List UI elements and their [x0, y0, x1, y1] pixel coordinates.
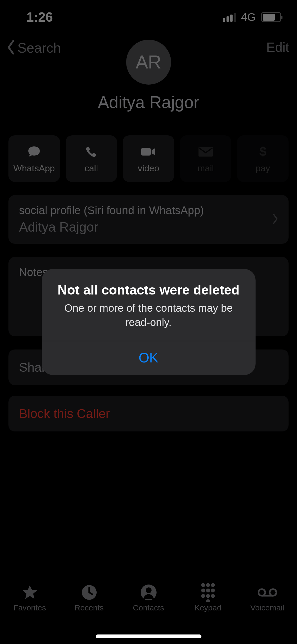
- action-label: mail: [197, 163, 214, 173]
- tab-voicemail[interactable]: Voicemail: [238, 584, 297, 612]
- alert-message: One or more of the contacts may be read-…: [54, 301, 243, 329]
- battery-icon: [261, 12, 281, 22]
- tab-label: Voicemail: [250, 603, 284, 612]
- phone-icon: [84, 144, 99, 159]
- pay-button: $ pay: [237, 135, 289, 182]
- back-button[interactable]: Search: [6, 40, 61, 56]
- tab-keypad[interactable]: Keypad: [178, 584, 238, 612]
- mail-icon: [198, 144, 213, 159]
- social-profile-card[interactable]: social profile (Siri found in WhatsApp) …: [8, 195, 289, 244]
- svg-point-14: [211, 594, 215, 598]
- svg-point-15: [206, 599, 210, 602]
- back-label: Search: [17, 40, 61, 56]
- svg-point-12: [201, 594, 205, 598]
- status-right: 4G: [223, 11, 281, 24]
- call-button[interactable]: call: [66, 135, 117, 182]
- svg-point-6: [201, 583, 205, 587]
- action-label: call: [84, 163, 98, 173]
- signal-icon: [223, 13, 236, 22]
- status-time: 1:26: [26, 10, 53, 25]
- tab-contacts[interactable]: Contacts: [119, 584, 178, 612]
- dollar-icon: $: [255, 144, 271, 159]
- tab-bar: Favorites Recents Contacts Key: [0, 578, 297, 644]
- voicemail-icon: [257, 584, 277, 601]
- alert-dialog: Not all contacts were deleted One or mor…: [42, 269, 256, 375]
- star-icon: [20, 584, 40, 601]
- svg-point-10: [206, 588, 210, 592]
- video-button[interactable]: video: [123, 135, 174, 182]
- alert-title: Not all contacts were deleted: [54, 282, 243, 298]
- home-indicator[interactable]: [96, 634, 201, 638]
- svg-point-17: [270, 589, 276, 596]
- contact-name: Aditya Rajgor: [98, 93, 199, 112]
- tab-label: Contacts: [133, 603, 164, 612]
- tab-recents[interactable]: Recents: [59, 584, 119, 612]
- tab-label: Recents: [74, 603, 103, 612]
- svg-point-16: [258, 589, 265, 596]
- svg-point-5: [146, 587, 152, 593]
- tab-label: Keypad: [195, 603, 221, 612]
- svg-point-8: [211, 583, 215, 587]
- action-row: WhatsApp call video mail $ pay: [0, 135, 297, 182]
- clock-icon: [79, 584, 99, 601]
- status-bar: 1:26 4G: [0, 0, 297, 34]
- contact-icon: [139, 584, 159, 601]
- social-profile-value: Aditya Rajgor: [19, 219, 278, 235]
- action-label: WhatsApp: [13, 163, 55, 173]
- alert-body: Not all contacts were deleted One or mor…: [42, 269, 256, 341]
- mail-button: mail: [180, 135, 232, 182]
- video-icon: [141, 144, 156, 159]
- keypad-icon: [198, 584, 218, 601]
- svg-point-9: [201, 588, 205, 592]
- action-label: pay: [256, 163, 270, 173]
- svg-point-13: [206, 594, 210, 598]
- alert-ok-button[interactable]: OK: [42, 341, 256, 375]
- svg-point-11: [211, 588, 215, 592]
- network-type: 4G: [241, 11, 256, 24]
- tab-favorites[interactable]: Favorites: [0, 584, 59, 612]
- svg-point-7: [206, 583, 210, 587]
- avatar[interactable]: AR: [126, 40, 171, 85]
- whatsapp-button[interactable]: WhatsApp: [8, 135, 60, 182]
- chevron-left-icon: [6, 40, 16, 56]
- block-caller-button[interactable]: Block this Caller: [8, 396, 289, 431]
- message-icon: [26, 144, 42, 159]
- action-label: video: [138, 163, 159, 173]
- svg-rect-0: [141, 148, 151, 155]
- edit-button[interactable]: Edit: [266, 40, 289, 55]
- tab-label: Favorites: [13, 603, 46, 612]
- social-profile-title: social profile (Siri found in WhatsApp): [19, 204, 278, 217]
- svg-text:$: $: [259, 144, 266, 158]
- block-caller-label: Block this Caller: [19, 406, 278, 421]
- chevron-right-icon: [272, 214, 279, 225]
